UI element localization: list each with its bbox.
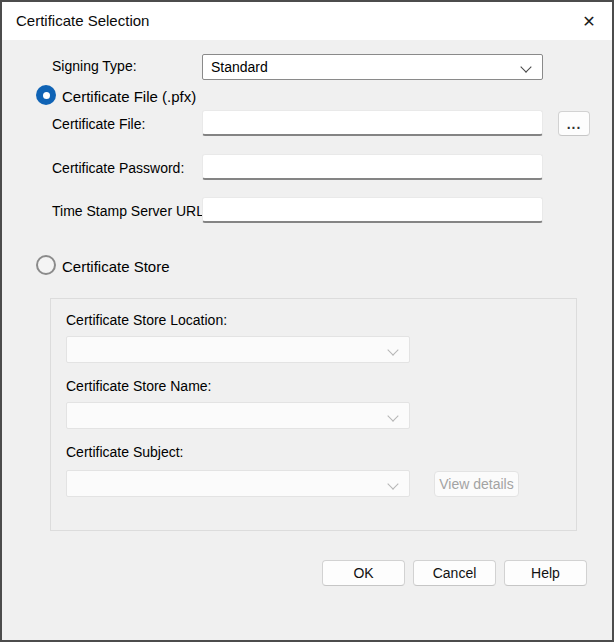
store-name-label: Certificate Store Name: bbox=[66, 378, 212, 394]
ok-button[interactable]: OK bbox=[322, 560, 405, 586]
timestamp-server-url-input[interactable] bbox=[202, 197, 543, 223]
certificate-file-label: Certificate File: bbox=[52, 116, 145, 132]
certificate-store-radio[interactable] bbox=[36, 255, 56, 275]
certificate-store-radio-label: Certificate Store bbox=[62, 258, 170, 275]
certificate-file-radio-label: Certificate File (.pfx) bbox=[62, 88, 196, 105]
chevron-down-icon bbox=[387, 478, 398, 489]
chevron-down-icon bbox=[387, 344, 398, 355]
certificate-password-input[interactable] bbox=[202, 154, 543, 180]
certificate-file-input[interactable] bbox=[202, 110, 543, 136]
titlebar: Certificate Selection ✕ bbox=[2, 2, 612, 40]
certificate-subject-select bbox=[66, 470, 410, 497]
certificate-file-radio[interactable] bbox=[36, 85, 56, 105]
timestamp-server-url-label: Time Stamp Server URL: bbox=[52, 203, 208, 219]
chevron-down-icon bbox=[387, 410, 398, 421]
certificate-subject-label: Certificate Subject: bbox=[66, 444, 184, 460]
signing-type-select[interactable]: Standard bbox=[202, 54, 543, 80]
cancel-button[interactable]: Cancel bbox=[413, 560, 496, 586]
signing-type-label: Signing Type: bbox=[52, 58, 137, 74]
help-button[interactable]: Help bbox=[504, 560, 587, 586]
certificate-selection-dialog: Certificate Selection ✕ Signing Type: St… bbox=[0, 0, 614, 642]
dialog-title: Certificate Selection bbox=[16, 2, 149, 40]
browse-button[interactable]: ... bbox=[558, 111, 590, 136]
store-location-select bbox=[66, 336, 410, 363]
store-name-select bbox=[66, 402, 410, 429]
store-location-label: Certificate Store Location: bbox=[66, 312, 227, 328]
close-icon[interactable]: ✕ bbox=[572, 2, 606, 40]
chevron-down-icon bbox=[520, 61, 531, 72]
certificate-password-label: Certificate Password: bbox=[52, 160, 184, 176]
view-details-button: View details bbox=[434, 471, 519, 497]
signing-type-value: Standard bbox=[211, 59, 268, 75]
